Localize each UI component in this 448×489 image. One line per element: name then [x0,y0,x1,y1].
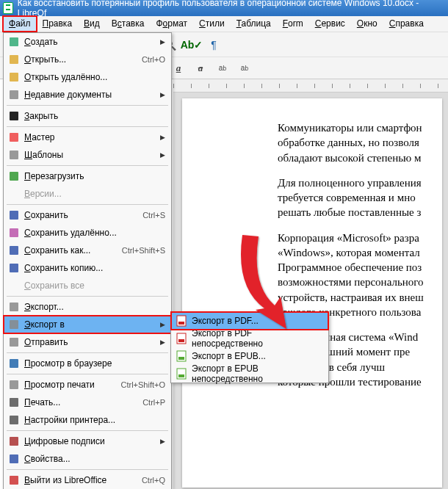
menu-правка[interactable]: Правка [37,16,79,32]
chevron-right-icon: ▶ [160,338,165,346]
menu-item[interactable]: Просмотр печатиCtrl+Shift+O [4,376,171,394]
menu-item-label: Экспорт... [24,302,165,312]
menu-item[interactable]: Выйти из LibreOfficeCtrl+Q [4,471,171,489]
menu-item[interactable]: Экспорт в▶ [4,316,171,333]
page[interactable]: Коммуникаторы или смартфонобработке данн… [182,98,442,488]
formatting-marks-button[interactable]: ¶ [205,36,223,54]
menu-item[interactable]: Открыть...Ctrl+O [4,51,171,68]
menu-item[interactable]: Создать▶ [4,33,171,51]
menu-item-label: Сохранить все [24,280,165,291]
menu-сервис[interactable]: Сервис [309,16,351,32]
menu-item[interactable]: Шаблоны▶ [4,146,171,164]
menu-item-label: Недавние документы [24,90,160,100]
menu-item[interactable]: Сохранить копию... [4,259,171,277]
menu-item[interactable]: Перезагрузить [4,167,171,185]
submenu-item[interactable]: Экспорт в PDF... [171,312,328,330]
wizard-icon [4,132,24,142]
menu-item[interactable]: СохранитьCtrl+S [4,206,171,224]
menu-item[interactable]: Открыть удалённо... [4,68,171,86]
tpl-icon [4,150,24,160]
menu-item[interactable]: Печать...Ctrl+P [4,394,171,411]
menu-item-label: Сохранить как... [24,245,122,256]
menu-item-label: Просмотр печати [24,380,120,390]
pdf-icon [171,333,192,344]
browser-icon [4,358,24,369]
send-icon [4,337,24,347]
shortcut: Ctrl+O [142,55,165,64]
menu-item-label: Выйти из LibreOffice [24,475,142,485]
menu-item: Версии... [4,185,171,203]
menu-item: Сохранить все [4,277,171,294]
document-area: Коммуникаторы или смартфонобработке данн… [173,93,448,489]
menu-item-label: Сохранить копию... [24,263,165,273]
menu-item[interactable]: Настройки принтера... [4,411,171,429]
spellcheck-button[interactable]: Ab✓ [183,36,200,54]
menu-item-label: Печать... [24,397,142,408]
preview-icon [4,380,24,390]
svg-rect-11 [10,264,18,272]
svg-rect-23 [178,322,184,325]
menu-item[interactable]: Свойства... [4,450,171,468]
menu-окно[interactable]: Окно [351,16,383,32]
saveas-icon [4,245,24,256]
epub-icon [171,368,192,380]
menu-item[interactable]: Сохранить как...Ctrl+Shift+S [4,242,171,259]
submenu-item-label: Экспорт в EPUB непосредственно [192,363,322,384]
menu-item[interactable]: Просмотр в браузере [4,355,171,372]
submenu-item[interactable]: Экспорт в PDF непосредственно [171,330,328,347]
svg-rect-3 [10,90,18,99]
saver-icon [4,228,24,238]
paragraph[interactable]: Корпорация «Microsoft» разра«Windows», к… [278,231,442,320]
menu-item[interactable]: Недавние документы▶ [4,86,171,104]
props-icon [4,454,24,464]
paragraph[interactable]: Коммуникаторы или смартфонобработке данн… [278,120,442,165]
menu-item[interactable]: Цифровые подписи▶ [4,432,171,450]
menu-item-label: Шаблоны [24,150,160,160]
shortcut: Ctrl+Shift+S [122,246,165,255]
svg-rect-1 [10,55,18,64]
menu-таблица[interactable]: Таблица [231,16,277,32]
strike-button[interactable]: a [192,59,209,77]
menu-item-label: Сохранить [24,210,142,220]
menu-item[interactable]: Сохранить удалённо... [4,224,171,242]
shortcut: Ctrl+Shift+O [120,380,165,389]
svg-rect-25 [178,339,184,342]
menu-стили[interactable]: Стили [193,16,231,32]
subscript-button[interactable]: ab [236,59,253,77]
superscript-button[interactable]: ab [214,59,231,77]
menu-item[interactable]: Мастер▶ [4,128,171,146]
save-icon [4,210,24,220]
menu-файл[interactable]: Файл [3,16,37,32]
svg-rect-8 [10,211,18,220]
menu-item[interactable]: Закрыть [4,107,171,125]
submenu-item[interactable]: Экспорт в EPUB непосредственно [171,365,328,383]
menu-вид[interactable]: Вид [78,16,106,32]
underline-button[interactable]: a [170,59,187,77]
pdf-icon [171,315,192,327]
menu-item[interactable]: Экспорт... [4,298,171,316]
svg-rect-9 [10,228,18,237]
menu-item-label: Открыть... [24,54,142,65]
svg-rect-7 [10,172,18,181]
menu-item[interactable]: Отправить▶ [4,333,171,351]
menu-формат[interactable]: Формат [150,16,193,32]
svg-rect-10 [10,246,18,255]
file-menu-dropdown: Создать▶Открыть...Ctrl+OОткрыть удалённо… [3,32,172,489]
submenu-item[interactable]: Экспорт в EPUB... [171,347,328,365]
opend-icon [4,72,24,82]
menu-вставка[interactable]: Вставка [106,16,151,32]
svg-rect-18 [10,416,18,424]
exit-icon [4,475,24,485]
ruler[interactable] [173,79,448,93]
menu-справка[interactable]: Справка [383,16,430,32]
menu-item-label: Сохранить удалённо... [24,228,165,238]
menu-item-label: Экспорт в [24,319,160,330]
chevron-right-icon: ▶ [160,91,165,98]
menu-form[interactable]: Form [277,16,309,32]
svg-rect-29 [178,374,184,377]
paragraph[interactable]: Для полноценного управлениятребуется сов… [278,175,442,220]
savecp-icon [4,263,24,273]
export-submenu: Экспорт в PDF...Экспорт в PDF непосредст… [170,311,329,383]
chevron-right-icon: ▶ [160,151,165,159]
svg-rect-17 [10,398,18,407]
